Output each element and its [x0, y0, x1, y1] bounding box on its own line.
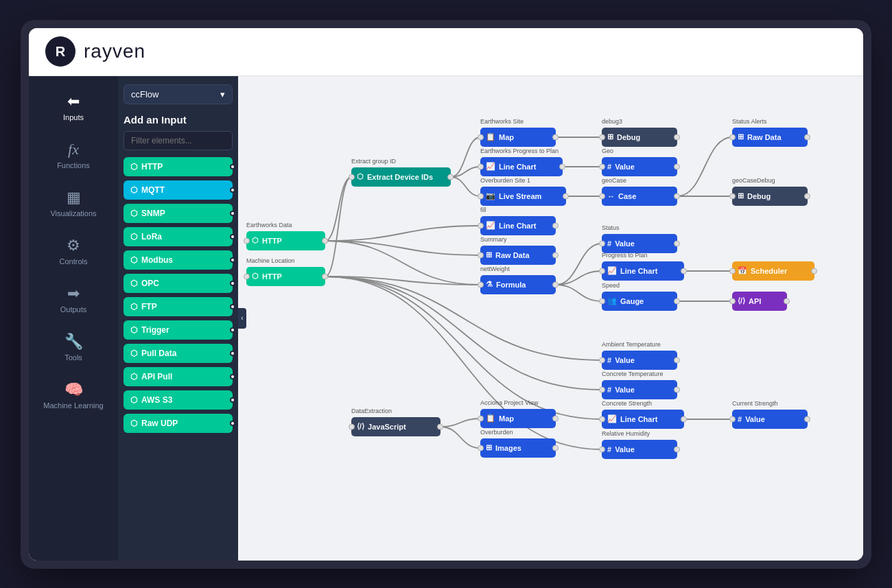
node-text: Live Stream: [499, 192, 541, 200]
node-status-value[interactable]: Status#Value: [602, 234, 677, 253]
node-nettweight-formula[interactable]: nettWeight⚗Formula: [480, 275, 556, 294]
node-connector: [230, 304, 235, 309]
node-input-port: [599, 268, 605, 274]
sidebar-item-visualizations[interactable]: ▦ Visualizations: [34, 180, 113, 226]
node-acciona-map[interactable]: Acciona Project View📋Map: [480, 409, 556, 428]
node-icon: ⊞: [738, 191, 744, 200]
node-icon: 📈: [486, 221, 495, 230]
input-item-trigger[interactable]: ⬡ Trigger: [124, 320, 233, 340]
node-connector: [230, 281, 235, 286]
sidebar: ⬅ Inputs fx Functions ▦ Visualizations ⚙…: [29, 76, 118, 561]
sidebar-label-inputs: Inputs: [63, 113, 84, 121]
node-label-summary-rawdata: Summary: [480, 236, 507, 243]
item-icon: ⬡: [130, 232, 137, 242]
node-input-port: [349, 174, 355, 180]
connection-extract-device-ids-to-overburden-site-livestream: [451, 177, 480, 196]
node-icon: ⬡: [252, 236, 259, 245]
sidebar-item-functions[interactable]: fx Functions: [34, 132, 113, 178]
node-current-strength-value[interactable]: Current Strength#Value: [732, 410, 808, 429]
node-progress-linechart[interactable]: Progress to Plan📈Line Chart: [602, 261, 684, 281]
input-item-snmp[interactable]: ⬡ SNMP: [124, 204, 233, 223]
node-scheduler[interactable]: 📅Scheduler: [732, 261, 814, 281]
connection-nettweight-formula-to-status-value: [556, 244, 602, 285]
node-relative-humidity[interactable]: Relative Humidity#Value: [602, 440, 677, 459]
input-item-modbus[interactable]: ⬡ Modbus: [124, 250, 233, 270]
node-input-port: [599, 416, 605, 422]
node-input-port: [599, 134, 605, 140]
node-geo-value[interactable]: Geo#Value: [602, 157, 677, 176]
node-connector: [230, 211, 235, 216]
filter-input[interactable]: [124, 131, 233, 150]
node-output-port: [674, 134, 680, 140]
flow-dropdown[interactable]: ccFlow ▾: [124, 84, 233, 104]
input-item-pull-data[interactable]: ⬡ Pull Data: [124, 344, 233, 363]
node-icon: ⬡: [357, 172, 364, 181]
node-input-port: [244, 237, 250, 244]
node-icon: #: [607, 445, 611, 454]
connection-extract-device-ids-to-earthworks-progress-linechart: [451, 167, 480, 177]
node-ambient-temp[interactable]: Ambient Temperature#Value: [602, 351, 677, 370]
node-fill-linechart[interactable]: fill📈Line Chart: [480, 216, 556, 235]
node-text: Map: [499, 414, 514, 423]
node-connector: [230, 351, 235, 356]
node-speed-gauge[interactable]: Speed👥Gauge: [602, 292, 677, 311]
sidebar-item-ml[interactable]: 🧠 Machine Learning: [34, 373, 113, 418]
node-output-port: [552, 415, 559, 421]
node-label-overburden-site-livestream: Overburden Site 1: [480, 177, 530, 184]
input-item-http[interactable]: ⬡ HTTP: [124, 157, 233, 176]
sidebar-item-inputs[interactable]: ⬅ Inputs: [34, 84, 113, 130]
node-input-port: [478, 193, 484, 199]
node-earthworks-progress-linechart[interactable]: Earthworks Progress to Plan📈Line Chart: [480, 157, 563, 176]
node-debug3[interactable]: debug3⊞Debug: [602, 128, 677, 147]
input-item-raw-udp[interactable]: ⬡ Raw UDP: [124, 414, 233, 433]
node-concrete-temp[interactable]: Concrete Temperature#Value: [602, 380, 677, 399]
node-summary-rawdata[interactable]: Summary⊞Raw Data: [480, 246, 556, 265]
item-icon: ⬡: [130, 185, 137, 195]
canvas-expand-handle[interactable]: ‹: [238, 308, 246, 329]
node-connector: [230, 374, 235, 379]
input-item-opc[interactable]: ⬡ OPC: [124, 274, 233, 293]
node-geocase-case[interactable]: geoCase↔Case: [602, 187, 677, 206]
item-icon: ⬡: [130, 279, 137, 288]
panel-title: Add an Input: [124, 114, 233, 126]
node-earthworks-site-map[interactable]: Earthworks Site📋Map: [480, 128, 556, 147]
node-text: Line Chart: [499, 222, 536, 230]
node-label-earthworks-progress-linechart: Earthworks Progress to Plan: [480, 148, 559, 154]
node-machine-location-http[interactable]: Machine Location⬡HTTP: [246, 267, 325, 286]
connection-machine-location-http-to-extract-device-ids: [325, 177, 351, 277]
node-earthworks-data-http[interactable]: Earthworks Data⬡HTTP: [246, 231, 325, 250]
node-extract-device-ids[interactable]: Extract group ID⬡Extract Device IDs: [351, 167, 451, 187]
node-icon: ⊞: [738, 132, 744, 141]
node-overburden-site-livestream[interactable]: Overburden Site 1📷Live Stream: [480, 187, 566, 206]
sidebar-item-outputs[interactable]: ➡ Outputs: [34, 277, 113, 322]
node-api[interactable]: ⟨/⟩API: [732, 292, 787, 311]
connection-machine-location-http-to-concrete-temp: [325, 277, 602, 390]
node-text: API: [749, 297, 761, 305]
sidebar-item-tools[interactable]: 🔧 Tools: [34, 325, 113, 370]
node-input-port: [729, 268, 736, 274]
node-label-ambient-temp: Ambient Temperature: [602, 341, 661, 348]
node-status-alerts-rawdata[interactable]: Status Alerts⊞Raw Data: [732, 128, 808, 147]
connection-machine-location-http-to-nettweight-formula: [325, 277, 480, 285]
node-concrete-strength-linechart[interactable]: Concrete Strength📈Line Chart: [602, 410, 684, 429]
input-item-mqtt[interactable]: ⬡ MQTT: [124, 180, 233, 200]
input-item-lora[interactable]: ⬡ LoRa: [124, 227, 233, 246]
node-label-speed-gauge: Speed: [602, 282, 620, 289]
node-output-port: [447, 174, 454, 180]
node-input-port: [729, 416, 736, 422]
input-item-api-pull[interactable]: ⬡ API Pull: [124, 367, 233, 386]
node-geocasedebug[interactable]: geoCaseDebug⊞Debug: [732, 187, 808, 206]
node-data-extraction-js[interactable]: DataExtraction⟨/⟩JavaScript: [351, 417, 441, 436]
node-input-port: [599, 163, 605, 169]
flow-canvas-area[interactable]: ‹ Earthworks Data⬡HTTPMachine Location⬡H…: [238, 76, 863, 561]
input-item-aws-s3[interactable]: ⬡ AWS S3: [124, 390, 233, 410]
input-item-ftp[interactable]: ⬡ FTP: [124, 297, 233, 316]
node-label-status-value: Status: [602, 224, 620, 231]
node-input-port: [478, 163, 484, 169]
sidebar-item-controls[interactable]: ⚙ Controls: [34, 228, 113, 274]
node-label-earthworks-data-http: Earthworks Data: [246, 222, 292, 228]
node-label-relative-humidity: Relative Humidity: [602, 430, 650, 437]
node-overburden-images[interactable]: Overburden⊞Images: [480, 438, 556, 458]
sidebar-label-controls: Controls: [60, 257, 88, 266]
node-connector: [230, 397, 235, 403]
